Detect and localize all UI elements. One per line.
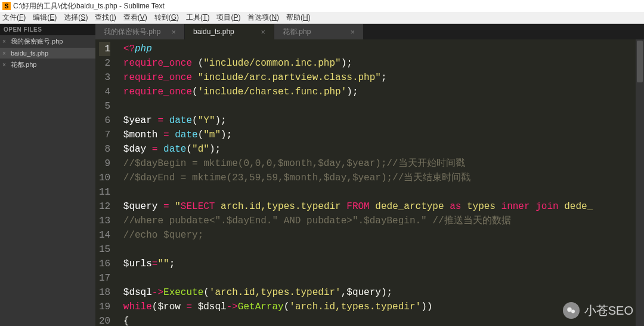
scrollbar-thumb[interactable] [637,41,643,82]
code-line: $dsql->Execute('arch.id,types.typedir',$… [117,285,644,300]
gutter: 1234567891011121314151617181920 [95,39,117,326]
menu-item[interactable]: 项目(P) [216,13,240,23]
code-line: $query = "SELECT arch.id,types.typedir F… [117,199,644,214]
code-line: //$dayBegin = mktime(0,0,0,$month,$day,$… [117,156,644,171]
code-line: $urls=""; [117,257,644,271]
code-line: //echo $query; [117,228,644,242]
line-number: 13 [99,214,110,228]
close-icon[interactable]: × [261,27,265,36]
line-number: 1 [99,42,110,56]
close-icon[interactable]: × [350,27,355,36]
scrollbar-vertical[interactable] [636,39,644,326]
menu-item[interactable]: 工具(T) [186,13,209,23]
close-icon[interactable]: × [2,50,6,57]
file-label: 花都.php [11,60,36,69]
code-line [117,99,644,113]
tabs: 我的保密账号.php×baidu_ts.php×花都.php× [95,24,644,39]
sidebar-open-files-header: OPEN FILES [0,24,95,35]
line-number: 12 [99,199,110,214]
line-number: 20 [99,314,110,326]
menu-item[interactable]: 首选项(N) [247,13,279,23]
code-line [117,271,644,285]
line-number: 17 [99,271,110,285]
code-content[interactable]: <?php require_once ("include/common.inc.… [117,39,644,326]
close-icon[interactable]: × [171,27,176,36]
code-line [117,185,644,199]
code-line: //$dayEnd = mktime(23,59,59,$month,$day,… [117,171,644,185]
sidebar-file-item[interactable]: ×我的保密账号.php [0,35,95,48]
code-line: while($row = $dsql->GetArray('arch.id,ty… [117,300,644,314]
tab[interactable]: baidu_ts.php× [185,24,274,39]
line-number: 9 [99,156,110,171]
sidebar-file-item[interactable]: ×花都.php [0,59,95,71]
menu-bar: 文件(F)编辑(E)选择(S)查找(I)查看(V)转到(G)工具(T)项目(P)… [0,12,644,24]
tab[interactable]: 我的保密账号.php× [95,24,185,39]
line-number: 3 [99,70,110,85]
line-number: 2 [99,56,110,70]
editor-area: 我的保密账号.php×baidu_ts.php×花都.php× 12345678… [95,24,644,326]
file-label: baidu_ts.php [11,50,48,57]
line-number: 15 [99,242,110,257]
line-number: 14 [99,228,110,242]
menu-item[interactable]: 查看(V) [123,13,147,23]
close-icon[interactable]: × [2,61,6,68]
tab-label: 我的保密账号.php [104,27,160,37]
tab[interactable]: 花都.php× [274,24,364,39]
title-bar: S C:\好用的工具\优化\baidu_ts.php - Sublime Tex… [0,0,644,12]
menu-item[interactable]: 帮助(H) [286,13,311,23]
window-title: C:\好用的工具\优化\baidu_ts.php - Sublime Text [13,1,165,11]
menu-item[interactable]: 文件(F) [2,13,26,23]
code-line: require_once ("include/common.inc.php"); [117,56,644,70]
code-area[interactable]: 1234567891011121314151617181920 <?php re… [95,39,644,326]
sidebar: OPEN FILES ×我的保密账号.php×baidu_ts.php×花都.p… [0,24,95,326]
sidebar-file-item[interactable]: ×baidu_ts.php [0,48,95,59]
line-number: 11 [99,185,110,199]
code-line: { [117,314,644,326]
tab-label: 花都.php [283,27,311,37]
menu-item[interactable]: 编辑(E) [33,13,57,23]
code-line: $year = date("Y"); [117,113,644,128]
line-number: 4 [99,85,110,99]
line-number: 5 [99,99,110,113]
line-number: 16 [99,257,110,271]
line-number: 7 [99,128,110,142]
tab-label: baidu_ts.php [193,27,234,36]
line-number: 19 [99,300,110,314]
code-line: <?php [117,42,644,56]
close-icon[interactable]: × [2,38,6,45]
line-number: 6 [99,113,110,128]
menu-item[interactable]: 查找(I) [95,13,116,23]
code-line: require_once('include/charset.func.php')… [117,85,644,99]
menu-item[interactable]: 转到(G) [154,13,179,23]
app-icon: S [2,2,11,10]
line-number: 10 [99,171,110,185]
code-line: require_once "include/arc.partview.class… [117,70,644,85]
code-line: $month = date("m"); [117,128,644,142]
code-line: $day = date("d"); [117,142,644,156]
code-line [117,242,644,257]
line-number: 8 [99,142,110,156]
file-label: 我的保密账号.php [11,37,63,46]
line-number: 18 [99,285,110,300]
code-line: //where pubdate<".$dayEnd." AND pubdate>… [117,214,644,228]
menu-item[interactable]: 选择(S) [64,13,88,23]
